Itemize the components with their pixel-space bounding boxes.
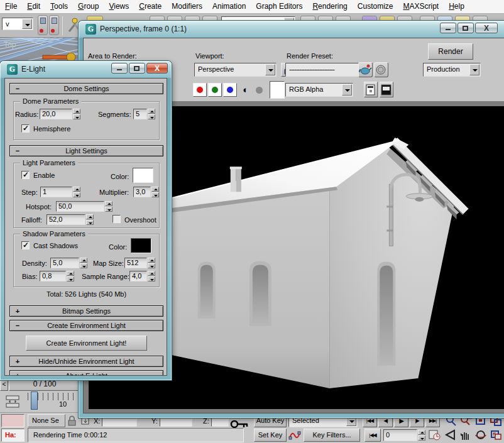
red-channel-button[interactable] (193, 83, 207, 97)
green-channel-button[interactable] (208, 83, 222, 97)
monochrome-channel-icon[interactable]: ◐ (239, 84, 252, 96)
expand-icon[interactable]: + (14, 306, 21, 316)
rfw-maximize-button[interactable] (457, 23, 474, 33)
render-setup-teapot-icon[interactable] (358, 62, 373, 77)
menu-help[interactable]: Help (444, 0, 469, 13)
enable-checkbox[interactable] (21, 171, 30, 179)
sample-range-spinner[interactable] (148, 271, 155, 282)
rollup-dome-settings[interactable]: − Dome Settings (9, 83, 163, 94)
sample-range-field[interactable]: 4,0 (129, 271, 147, 282)
radius-spinner[interactable] (73, 109, 80, 119)
overshoot-checkbox[interactable] (112, 215, 121, 223)
clear-color-swatch[interactable] (270, 81, 285, 99)
hotspot-spinner[interactable] (105, 201, 112, 212)
collapse-icon[interactable]: − (14, 320, 21, 331)
cast-shadows-checkbox[interactable] (21, 241, 30, 249)
map-size-field[interactable]: 512 (124, 258, 147, 268)
key-filters-button[interactable]: Key Filters... (304, 429, 360, 442)
menu-graph-editors[interactable]: Graph Editors (251, 0, 307, 13)
chevron-down-icon[interactable] (469, 64, 479, 75)
multiplier-field[interactable]: 3,0 (133, 187, 151, 197)
elight-titlebar[interactable]: G E-Light X (0, 61, 172, 78)
pan-hand-icon[interactable] (459, 429, 473, 442)
menu-rendering[interactable]: Rendering (307, 0, 352, 13)
key-filter-curve-icon[interactable] (288, 429, 301, 442)
red-dot-icon (197, 87, 203, 93)
menu-animation[interactable]: Animation (207, 0, 251, 13)
rollup-hide-unhide[interactable]: + Hide/Unhide Environment Light (9, 356, 163, 367)
shadow-color-swatch[interactable] (131, 238, 151, 253)
falloff-spinner[interactable] (86, 214, 94, 225)
menu-create[interactable]: Create (134, 0, 167, 13)
save-bitmap-icon[interactable] (380, 82, 393, 97)
menu-file[interactable]: File (0, 0, 22, 13)
rfw-minimize-button[interactable] (440, 23, 456, 33)
step-spinner[interactable] (73, 187, 80, 197)
elight-maximize-button[interactable] (129, 63, 145, 74)
set-key-button[interactable]: Set Key (254, 429, 287, 442)
time-configuration-icon[interactable] (428, 429, 441, 442)
density-spinner[interactable] (80, 258, 87, 268)
menu-group[interactable]: Group (73, 0, 104, 13)
rollup-create-environment-light[interactable]: − Create Environment Light (9, 320, 163, 331)
expand-icon[interactable]: + (14, 371, 21, 376)
menu-tools[interactable]: Tools (45, 0, 73, 13)
multiplier-spinner[interactable] (151, 187, 159, 197)
rollup-bitmap-settings[interactable]: + Bitmap Settings (9, 305, 163, 317)
rollup-light-settings[interactable]: − Light Settings (9, 145, 163, 156)
chevron-down-icon[interactable] (342, 84, 352, 96)
falloff-field[interactable]: 52,0 (47, 214, 85, 225)
rfw-titlebar[interactable]: G Perspective, frame 0 (1:1) X (79, 21, 504, 38)
bias-field[interactable]: 0,8 (40, 271, 66, 282)
elight-minimize-button[interactable] (111, 63, 128, 74)
maximize-viewport-icon[interactable] (489, 429, 503, 442)
hotspot-field[interactable]: 50,0 (56, 201, 104, 212)
mini-curve-editor-icon[interactable] (5, 395, 21, 408)
snap-toggle-icon[interactable] (38, 15, 48, 35)
radius-field[interactable]: 20,0 (40, 109, 72, 119)
viewport-dropdown[interactable]: Perspective (194, 63, 277, 77)
map-size-spinner[interactable] (148, 258, 155, 268)
falloff-label: Falloff: (21, 216, 42, 224)
trackbar-slider-handle[interactable] (31, 391, 38, 410)
viewport-label[interactable]: Top (4, 40, 16, 49)
chevron-down-icon[interactable] (265, 64, 275, 75)
chevron-down-icon[interactable] (22, 19, 32, 29)
menu-modifiers[interactable]: Modifiers (167, 0, 207, 13)
density-field[interactable]: 5,0 (50, 258, 79, 268)
production-dropdown[interactable]: Production (423, 63, 481, 77)
rfw-close-button[interactable]: X (475, 23, 498, 33)
step-field[interactable]: 1 (40, 187, 72, 197)
current-frame-field[interactable]: 0 (383, 429, 417, 441)
menu-views[interactable]: Views (104, 0, 134, 13)
toolbar-combo[interactable]: v (2, 18, 33, 30)
frame-spinner[interactable] (418, 430, 425, 440)
menu-edit[interactable]: Edit (22, 0, 45, 13)
menu-maxscript[interactable]: MAXScript (398, 0, 444, 13)
collapse-icon[interactable]: − (14, 146, 21, 156)
segments-spinner[interactable] (148, 109, 155, 119)
expand-icon[interactable]: + (14, 356, 21, 366)
alpha-channel-icon[interactable] (256, 87, 263, 94)
channel-display-dropdown[interactable]: RGB Alpha (285, 83, 353, 97)
bias-spinner[interactable] (67, 271, 74, 282)
light-color-swatch[interactable] (133, 168, 153, 183)
clone-rendered-frame-icon[interactable] (364, 82, 378, 97)
blue-channel-button[interactable] (223, 83, 237, 97)
field-of-view-icon[interactable] (444, 429, 458, 442)
maxscript-listener-pane[interactable]: Ha: (1, 429, 25, 442)
hemisphere-checkbox[interactable] (21, 124, 30, 133)
angle-snap-toggle-icon[interactable] (49, 15, 59, 35)
elight-close-button[interactable]: X (146, 63, 168, 74)
macro-recorder-pane[interactable] (1, 414, 25, 427)
rollup-about-elight[interactable]: + About E-Light (9, 370, 163, 376)
menu-customize[interactable]: Customize (353, 0, 398, 13)
selection-lock-icon[interactable] (68, 415, 76, 426)
create-environment-light-button[interactable]: Create Environment Light! (26, 336, 147, 351)
segments-field[interactable]: 5 (133, 109, 147, 119)
render-button[interactable]: Render (428, 43, 473, 60)
orbit-icon[interactable] (474, 429, 488, 442)
environment-dialog-icon[interactable] (374, 62, 388, 77)
go-to-start-small-button[interactable]: |◀◀ (364, 429, 381, 442)
collapse-icon[interactable]: − (14, 84, 21, 94)
